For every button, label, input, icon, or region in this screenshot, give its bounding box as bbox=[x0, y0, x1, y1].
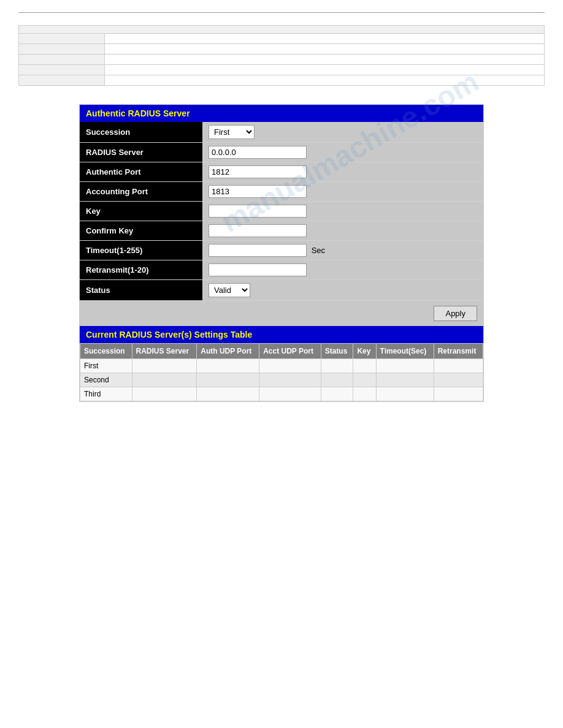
retransmit-label: Retransmit(1-20) bbox=[80, 260, 202, 280]
table-row: First bbox=[80, 359, 483, 373]
radius-server-cell bbox=[202, 143, 483, 162]
succession-label: Succession bbox=[80, 122, 202, 143]
info-row-5-value bbox=[105, 75, 545, 86]
col-radius-server: RADIUS Server bbox=[132, 344, 197, 359]
confirm-key-label: Confirm Key bbox=[80, 221, 202, 241]
row1-auth-udp bbox=[197, 359, 259, 373]
status-row: Status Valid Invalid bbox=[80, 280, 483, 301]
info-row-1-value bbox=[105, 34, 545, 44]
row1-timeout bbox=[376, 359, 434, 373]
status-cell: Valid Invalid bbox=[202, 280, 483, 301]
timeout-row: Timeout(1-255) Sec bbox=[80, 241, 483, 260]
succession-cell: First Second Third bbox=[202, 122, 483, 143]
row2-acct-udp bbox=[259, 373, 321, 387]
key-label: Key bbox=[80, 202, 202, 221]
radius-server-input[interactable] bbox=[209, 146, 307, 159]
confirm-key-row: Confirm Key bbox=[80, 221, 483, 241]
info-row-3-value bbox=[105, 55, 545, 65]
acct-port-label: Accounting Port bbox=[80, 182, 202, 202]
row2-status bbox=[321, 373, 353, 387]
succession-row: Succession First Second Third bbox=[80, 122, 483, 143]
top-divider bbox=[18, 12, 545, 13]
col-acct-udp: Acct UDP Port bbox=[259, 344, 321, 359]
row3-status bbox=[321, 387, 353, 401]
key-cell bbox=[202, 202, 483, 221]
authentic-radius-header: Authentic RADIUS Server bbox=[80, 105, 483, 122]
timeout-label: Timeout(1-255) bbox=[80, 241, 202, 260]
acct-port-row: Accounting Port bbox=[80, 182, 483, 202]
col-status: Status bbox=[321, 344, 353, 359]
row1-acct-udp bbox=[259, 359, 321, 373]
key-input[interactable] bbox=[209, 205, 307, 218]
succession-select[interactable]: First Second Third bbox=[209, 125, 255, 139]
info-table bbox=[18, 25, 545, 86]
row1-radius-server bbox=[132, 359, 197, 373]
row1-succession: First bbox=[80, 359, 132, 373]
key-row: Key bbox=[80, 202, 483, 221]
info-table-header bbox=[19, 26, 545, 34]
info-row-4-value bbox=[105, 65, 545, 75]
acct-port-cell bbox=[202, 182, 483, 202]
apply-button[interactable]: Apply bbox=[434, 306, 477, 321]
retransmit-cell bbox=[202, 260, 483, 280]
confirm-key-cell bbox=[202, 221, 483, 241]
radius-config-container: Authentic RADIUS Server Succession First… bbox=[79, 104, 484, 402]
row2-succession: Second bbox=[80, 373, 132, 387]
radius-form-table: Succession First Second Third RADIUS Ser… bbox=[80, 122, 483, 301]
col-succession: Succession bbox=[80, 344, 132, 359]
current-radius-table: Succession RADIUS Server Auth UDP Port A… bbox=[80, 343, 483, 401]
row3-key bbox=[353, 387, 376, 401]
confirm-key-input[interactable] bbox=[209, 224, 307, 237]
info-row-5-label bbox=[19, 75, 105, 86]
info-row-4-label bbox=[19, 65, 105, 75]
sec-label: Sec bbox=[312, 246, 325, 255]
auth-port-cell bbox=[202, 162, 483, 182]
timeout-cell: Sec bbox=[202, 241, 483, 260]
row3-retransmit bbox=[434, 387, 483, 401]
info-row-3-label bbox=[19, 55, 105, 65]
info-row-1-label bbox=[19, 34, 105, 44]
auth-port-row: Authentic Port bbox=[80, 162, 483, 182]
radius-server-label: RADIUS Server bbox=[80, 143, 202, 162]
status-label: Status bbox=[80, 280, 202, 301]
info-row-2-value bbox=[105, 44, 545, 55]
status-select[interactable]: Valid Invalid bbox=[209, 283, 250, 297]
row3-auth-udp bbox=[197, 387, 259, 401]
row3-radius-server bbox=[132, 387, 197, 401]
auth-port-label: Authentic Port bbox=[80, 162, 202, 182]
col-retransmit: Retransmit bbox=[434, 344, 483, 359]
timeout-input[interactable] bbox=[209, 244, 307, 257]
acct-port-input[interactable] bbox=[209, 185, 307, 198]
row3-acct-udp bbox=[259, 387, 321, 401]
current-radius-header: Current RADIUS Server(s) Settings Table bbox=[80, 326, 483, 343]
radius-server-row: RADIUS Server bbox=[80, 143, 483, 162]
table-row: Second bbox=[80, 373, 483, 387]
apply-row: Apply bbox=[80, 301, 483, 326]
row2-key bbox=[353, 373, 376, 387]
row1-status bbox=[321, 359, 353, 373]
info-row-2-label bbox=[19, 44, 105, 55]
retransmit-row: Retransmit(1-20) bbox=[80, 260, 483, 280]
retransmit-input[interactable] bbox=[209, 264, 307, 276]
row2-radius-server bbox=[132, 373, 197, 387]
row2-auth-udp bbox=[197, 373, 259, 387]
row3-timeout bbox=[376, 387, 434, 401]
row2-retransmit bbox=[434, 373, 483, 387]
col-auth-udp: Auth UDP Port bbox=[197, 344, 259, 359]
col-key: Key bbox=[353, 344, 376, 359]
auth-port-input[interactable] bbox=[209, 165, 307, 178]
row2-timeout bbox=[376, 373, 434, 387]
row3-succession: Third bbox=[80, 387, 132, 401]
row1-key bbox=[353, 359, 376, 373]
table-row: Third bbox=[80, 387, 483, 401]
row1-retransmit bbox=[434, 359, 483, 373]
col-timeout: Timeout(Sec) bbox=[376, 344, 434, 359]
